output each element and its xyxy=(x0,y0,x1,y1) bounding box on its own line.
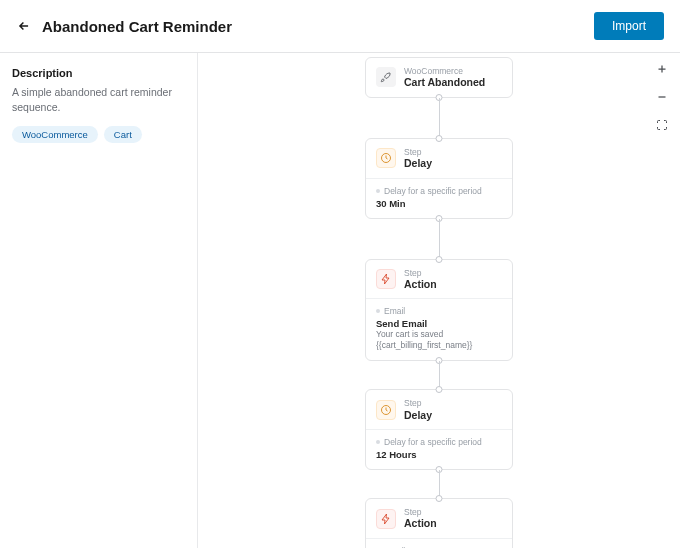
clock-icon xyxy=(376,148,396,168)
description-heading: Description xyxy=(12,67,185,79)
node-port[interactable] xyxy=(436,135,443,142)
node-port[interactable] xyxy=(436,386,443,393)
node-body: Email Send Email Your cart is about to e… xyxy=(366,538,512,548)
node-title: Action xyxy=(404,517,437,530)
tag-cart[interactable]: Cart xyxy=(104,126,142,143)
fullscreen-button[interactable] xyxy=(654,117,670,133)
tag-woocommerce[interactable]: WooCommerce xyxy=(12,126,98,143)
header-left: Abandoned Cart Reminder xyxy=(16,18,232,35)
node-subtitle: Step xyxy=(404,398,432,408)
bolt-icon xyxy=(376,509,396,529)
detail-label: Email xyxy=(376,306,502,316)
node-header: Step Action xyxy=(366,499,512,538)
flow-connector xyxy=(439,470,440,498)
node-title: Cart Abandoned xyxy=(404,76,485,89)
plus-icon xyxy=(656,63,668,75)
node-subtitle: Step xyxy=(404,268,437,278)
node-header: WooCommerce Cart Abandoned xyxy=(366,58,512,97)
flow-connector xyxy=(439,98,440,138)
description-text: A simple abandoned cart reminder sequenc… xyxy=(12,85,185,114)
page-header: Abandoned Cart Reminder Import xyxy=(0,0,680,53)
node-body: Delay for a specific period 30 Min xyxy=(366,178,512,218)
flow-container: WooCommerce Cart Abandoned Step Delay xyxy=(365,57,513,548)
flow-connector xyxy=(439,361,440,389)
node-title: Delay xyxy=(404,157,432,170)
detail-title: 12 Hours xyxy=(376,449,502,460)
node-subtitle: Step xyxy=(404,507,437,517)
bolt-icon xyxy=(376,269,396,289)
rocket-icon xyxy=(376,67,396,87)
node-header: Step Action xyxy=(366,260,512,299)
node-title: Delay xyxy=(404,409,432,422)
sidebar: Description A simple abandoned cart remi… xyxy=(0,53,198,548)
import-button[interactable]: Import xyxy=(594,12,664,40)
node-subtitle: Step xyxy=(404,147,432,157)
detail-desc: Your cart is saved {{cart_billing_first_… xyxy=(376,329,502,351)
flow-node-delay[interactable]: Step Delay Delay for a specific period 3… xyxy=(365,138,513,219)
node-header: Step Delay xyxy=(366,139,512,178)
page-title: Abandoned Cart Reminder xyxy=(42,18,232,35)
expand-icon xyxy=(656,119,668,131)
flow-node-delay[interactable]: Step Delay Delay for a specific period 1… xyxy=(365,389,513,470)
flow-connector xyxy=(439,219,440,259)
node-subtitle: WooCommerce xyxy=(404,66,485,76)
flow-node-action[interactable]: Step Action Email Send Email Your cart i… xyxy=(365,498,513,548)
zoom-in-button[interactable] xyxy=(654,61,670,77)
detail-title: Send Email xyxy=(376,318,502,329)
node-body: Email Send Email Your cart is saved {{ca… xyxy=(366,298,512,360)
clock-icon xyxy=(376,400,396,420)
detail-label: Delay for a specific period xyxy=(376,186,502,196)
detail-title: 30 Min xyxy=(376,198,502,209)
flow-canvas[interactable]: WooCommerce Cart Abandoned Step Delay xyxy=(198,53,680,548)
arrow-left-icon xyxy=(17,19,31,33)
zoom-controls xyxy=(654,61,670,133)
tag-list: WooCommerce Cart xyxy=(12,126,185,143)
node-port[interactable] xyxy=(436,256,443,263)
page-body: Description A simple abandoned cart remi… xyxy=(0,53,680,548)
zoom-out-button[interactable] xyxy=(654,89,670,105)
back-arrow-button[interactable] xyxy=(16,18,32,34)
flow-node-trigger[interactable]: WooCommerce Cart Abandoned xyxy=(365,57,513,98)
node-title: Action xyxy=(404,278,437,291)
node-body: Delay for a specific period 12 Hours xyxy=(366,429,512,469)
node-header: Step Delay xyxy=(366,390,512,429)
detail-label: Delay for a specific period xyxy=(376,437,502,447)
flow-node-action[interactable]: Step Action Email Send Email Your cart i… xyxy=(365,259,513,362)
minus-icon xyxy=(656,91,668,103)
node-port[interactable] xyxy=(436,495,443,502)
